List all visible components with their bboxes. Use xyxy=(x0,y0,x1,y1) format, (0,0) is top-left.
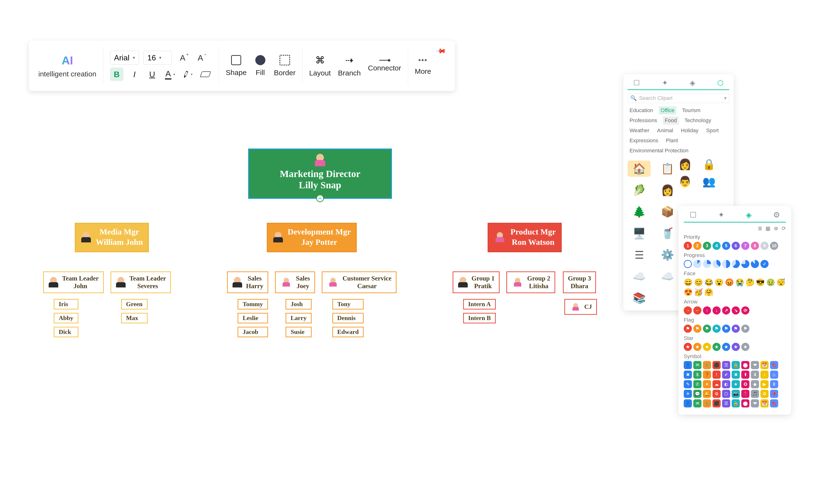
org-leaf[interactable]: Dick xyxy=(54,327,78,337)
tab-tag-icon[interactable]: ◈ xyxy=(690,79,695,87)
symbol-marker[interactable]: ⬤ xyxy=(741,399,749,408)
arrow-marker[interactable]: ↗ xyxy=(722,306,730,314)
symbol-marker[interactable]: ⬛ xyxy=(713,361,721,369)
font-family-dropdown[interactable]: Arial▾ xyxy=(110,51,139,65)
symbol-marker[interactable]: ☰ xyxy=(722,399,730,408)
org-l3-node[interactable]: Customer ServiceCaesar xyxy=(322,271,397,293)
flag-marker[interactable]: ⚑ xyxy=(684,324,692,333)
symbol-marker[interactable]: ✖ xyxy=(684,371,692,379)
org-leaf[interactable]: Edward xyxy=(332,327,364,337)
priority-marker[interactable]: 2 xyxy=(693,242,701,250)
symbol-marker[interactable]: ✖ xyxy=(732,371,740,379)
tab-clipart-icon[interactable]: ⬡ xyxy=(717,79,723,87)
symbol-marker[interactable]: 📷 xyxy=(732,390,740,398)
coffee-cup-icon[interactable]: 🥤 xyxy=(656,225,679,241)
progress-marker[interactable] xyxy=(741,260,749,268)
arrow-marker[interactable]: → xyxy=(684,306,692,314)
symbol-marker[interactable]: ♻ xyxy=(760,390,768,398)
cloud-down-icon[interactable]: ☁️ xyxy=(656,268,679,284)
org-leaf[interactable]: Intern A xyxy=(463,299,496,309)
pin-button[interactable]: 📌 xyxy=(435,45,447,56)
increase-font-button[interactable]: A+ xyxy=(176,51,189,65)
star-marker[interactable]: ★ xyxy=(703,343,711,351)
view-list-icon[interactable]: ≣ xyxy=(758,225,762,232)
progress-marker[interactable] xyxy=(713,260,721,268)
symbol-marker[interactable]: ▶ xyxy=(760,380,768,388)
org-leaf[interactable]: Green xyxy=(121,299,148,309)
org-leaf[interactable]: Abby xyxy=(54,313,78,323)
symbol-marker[interactable]: 🔒 xyxy=(732,399,740,408)
priority-marker[interactable]: 7 xyxy=(741,242,749,250)
symbol-marker[interactable]: 👤 xyxy=(684,361,692,369)
symbol-marker[interactable]: ☰ xyxy=(722,361,730,369)
flag-marker[interactable]: ⚑ xyxy=(703,324,711,333)
symbol-marker[interactable]: 📍 xyxy=(741,390,749,398)
flag-marker[interactable]: ⚑ xyxy=(741,324,749,333)
flag-marker[interactable]: ⚑ xyxy=(722,324,730,333)
layout-button[interactable]: ⌘Layout xyxy=(309,54,331,77)
face-marker[interactable]: 😴 xyxy=(777,278,785,286)
face-marker[interactable]: 😎 xyxy=(756,278,765,286)
category-item[interactable]: Expressions xyxy=(627,137,660,145)
symbol-marker[interactable]: 📅 xyxy=(760,399,768,408)
face-marker[interactable]: 😮 xyxy=(715,278,723,286)
face-marker[interactable]: 🤗 xyxy=(704,288,713,296)
symbol-marker[interactable]: 🔔 xyxy=(703,390,711,398)
face-marker[interactable]: 😍 xyxy=(684,288,693,296)
face-marker[interactable]: 🤔 xyxy=(746,278,754,286)
flag-marker[interactable]: ⚑ xyxy=(713,324,721,333)
symbol-marker[interactable]: 📎 xyxy=(703,361,711,369)
priority-marker[interactable]: 9 xyxy=(760,242,768,250)
clipart-search[interactable]: 🔍 Search Clipart ▾ xyxy=(627,93,729,103)
symbol-marker[interactable]: 📅 xyxy=(760,361,768,369)
category-item[interactable]: Professions xyxy=(627,116,659,124)
org-leaf[interactable]: Max xyxy=(121,313,148,323)
symbol-marker[interactable]: ⬛ xyxy=(713,399,721,408)
org-leaf[interactable]: Susie xyxy=(286,327,312,337)
symbol-marker[interactable]: ✪ xyxy=(741,380,749,388)
category-item[interactable]: Sport xyxy=(704,126,721,134)
arrow-marker[interactable]: ↘ xyxy=(732,306,740,314)
category-item[interactable]: Weather xyxy=(627,126,651,134)
symbol-marker[interactable]: 👤 xyxy=(684,399,692,408)
symbol-marker[interactable]: ✔ xyxy=(722,371,730,379)
category-item[interactable]: Animal xyxy=(655,126,675,134)
org-leaf[interactable]: Dennis xyxy=(332,313,364,323)
symbol-marker[interactable]: ☁ xyxy=(713,380,721,388)
symbol-marker[interactable]: 🔖 xyxy=(770,361,778,369)
italic-button[interactable]: I xyxy=(128,68,141,81)
symbol-marker[interactable]: ⬡ xyxy=(722,390,730,398)
org-leaf[interactable]: Intern B xyxy=(463,313,496,323)
flag-marker[interactable]: ⚑ xyxy=(693,324,701,333)
priority-marker[interactable]: 1 xyxy=(684,242,692,250)
highlight-button[interactable]: 🖍▾ xyxy=(181,68,194,81)
progress-marker[interactable] xyxy=(751,260,759,268)
org-l3-node[interactable]: SalesHarry xyxy=(227,271,268,293)
flag-marker[interactable]: ⚑ xyxy=(732,324,740,333)
priority-marker[interactable]: 8 xyxy=(751,242,759,250)
font-size-dropdown[interactable]: 16▾ xyxy=(143,51,172,65)
org-leaf[interactable]: Larry xyxy=(286,313,312,323)
face-marker[interactable]: 😡 xyxy=(725,278,734,286)
org-leaf[interactable]: Iris xyxy=(54,299,78,309)
progress-marker[interactable] xyxy=(684,260,692,268)
org-leaf[interactable]: Tommy xyxy=(238,299,268,309)
symbol-marker[interactable]: ◆ xyxy=(751,380,759,388)
symbol-marker[interactable]: ⌂ xyxy=(770,371,778,379)
manage-icon[interactable]: ⟳ xyxy=(782,225,786,232)
category-item[interactable]: Environmental Protection xyxy=(627,147,690,155)
symbol-marker[interactable]: ◐ xyxy=(722,380,730,388)
org-l3-node[interactable]: Group 1Pratik xyxy=(453,271,500,293)
org-l3-node[interactable]: Team LeaderSeveres xyxy=(110,271,171,293)
symbol-marker[interactable]: ❤ xyxy=(751,361,759,369)
star-marker[interactable]: ★ xyxy=(732,343,740,351)
progress-marker[interactable] xyxy=(693,260,701,268)
symbol-marker[interactable]: ☀ xyxy=(703,380,711,388)
category-item[interactable]: Education xyxy=(627,106,655,115)
priority-marker[interactable]: 3 xyxy=(703,242,711,250)
symbol-marker[interactable]: 🔖 xyxy=(770,399,778,408)
arrow-marker[interactable]: ↓ xyxy=(713,306,721,314)
globe-leaf-icon[interactable]: 🥬 xyxy=(627,182,651,198)
symbol-marker[interactable]: 🔒 xyxy=(732,361,740,369)
star-marker[interactable]: ★ xyxy=(684,343,692,351)
